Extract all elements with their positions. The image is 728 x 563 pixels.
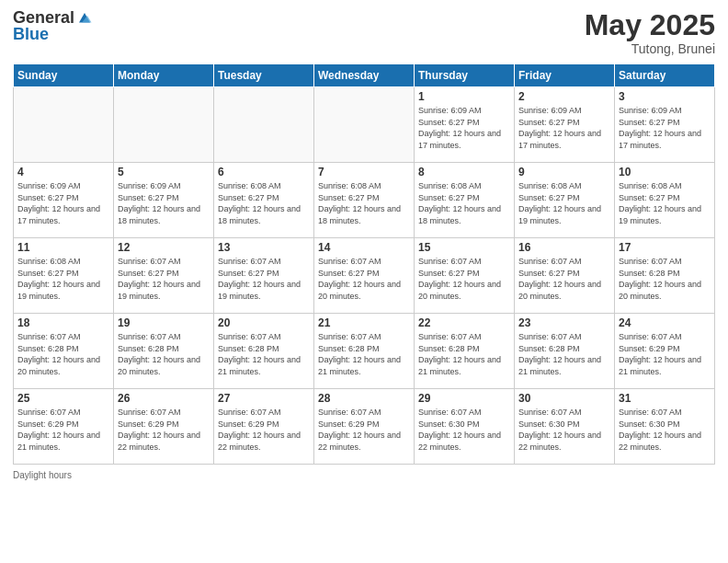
day-info: Sunrise: 6:07 AM Sunset: 6:29 PM Dayligh… [619, 331, 711, 377]
calendar-day-cell: 31Sunrise: 6:07 AM Sunset: 6:30 PM Dayli… [615, 389, 715, 465]
calendar-day-cell: 25Sunrise: 6:07 AM Sunset: 6:29 PM Dayli… [14, 389, 114, 465]
calendar-day-cell: 2Sunrise: 6:09 AM Sunset: 6:27 PM Daylig… [515, 87, 615, 163]
calendar-table: SundayMondayTuesdayWednesdayThursdayFrid… [13, 63, 715, 465]
day-info: Sunrise: 6:07 AM Sunset: 6:30 PM Dayligh… [619, 407, 711, 453]
calendar-day-cell: 4Sunrise: 6:09 AM Sunset: 6:27 PM Daylig… [14, 163, 114, 238]
calendar-day-cell: 3Sunrise: 6:09 AM Sunset: 6:27 PM Daylig… [615, 87, 715, 163]
day-info: Sunrise: 6:07 AM Sunset: 6:29 PM Dayligh… [318, 407, 410, 453]
location-title: Tutong, Brunei [585, 41, 715, 56]
calendar-day-cell: 1Sunrise: 6:09 AM Sunset: 6:27 PM Daylig… [415, 87, 515, 163]
day-number: 30 [518, 392, 610, 405]
day-number: 29 [418, 392, 510, 405]
day-number: 21 [318, 316, 410, 329]
day-number: 28 [318, 392, 410, 405]
day-info: Sunrise: 6:08 AM Sunset: 6:27 PM Dayligh… [619, 180, 711, 226]
daylight-label: Daylight hours [13, 470, 72, 480]
day-number: 24 [619, 316, 711, 329]
calendar-day-cell: 21Sunrise: 6:07 AM Sunset: 6:28 PM Dayli… [314, 314, 415, 389]
calendar-day-header: Wednesday [314, 64, 415, 87]
day-info: Sunrise: 6:07 AM Sunset: 6:28 PM Dayligh… [518, 331, 610, 377]
day-number: 1 [418, 90, 510, 103]
logo-icon [76, 10, 93, 27]
calendar-day-cell: 24Sunrise: 6:07 AM Sunset: 6:29 PM Dayli… [615, 314, 715, 389]
day-number: 3 [619, 90, 711, 103]
day-number: 7 [318, 166, 410, 178]
day-info: Sunrise: 6:07 AM Sunset: 6:27 PM Dayligh… [218, 256, 310, 302]
calendar-day-cell: 29Sunrise: 6:07 AM Sunset: 6:30 PM Dayli… [415, 389, 515, 465]
day-number: 26 [118, 392, 210, 405]
day-info: Sunrise: 6:08 AM Sunset: 6:27 PM Dayligh… [17, 256, 109, 302]
day-info: Sunrise: 6:07 AM Sunset: 6:30 PM Dayligh… [518, 407, 610, 453]
calendar-day-cell: 22Sunrise: 6:07 AM Sunset: 6:28 PM Dayli… [415, 314, 515, 389]
day-info: Sunrise: 6:07 AM Sunset: 6:29 PM Dayligh… [118, 407, 210, 453]
calendar-day-cell [14, 87, 114, 163]
calendar-day-cell: 9Sunrise: 6:08 AM Sunset: 6:27 PM Daylig… [515, 163, 615, 238]
logo-blue-text: Blue [13, 26, 49, 44]
day-number: 16 [518, 241, 610, 254]
calendar-week-row: 25Sunrise: 6:07 AM Sunset: 6:29 PM Dayli… [14, 389, 715, 465]
calendar-day-cell: 26Sunrise: 6:07 AM Sunset: 6:29 PM Dayli… [114, 389, 214, 465]
day-info: Sunrise: 6:07 AM Sunset: 6:28 PM Dayligh… [118, 331, 210, 377]
day-number: 19 [118, 316, 210, 329]
calendar-day-header: Sunday [14, 64, 114, 87]
day-info: Sunrise: 6:07 AM Sunset: 6:28 PM Dayligh… [17, 331, 109, 377]
day-info: Sunrise: 6:07 AM Sunset: 6:27 PM Dayligh… [418, 256, 510, 302]
calendar-week-row: 1Sunrise: 6:09 AM Sunset: 6:27 PM Daylig… [14, 87, 715, 163]
day-info: Sunrise: 6:08 AM Sunset: 6:27 PM Dayligh… [418, 180, 510, 226]
calendar-day-cell: 28Sunrise: 6:07 AM Sunset: 6:29 PM Dayli… [314, 389, 415, 465]
calendar-day-cell: 15Sunrise: 6:07 AM Sunset: 6:27 PM Dayli… [415, 238, 515, 314]
calendar-day-cell [314, 87, 415, 163]
calendar-day-cell: 17Sunrise: 6:07 AM Sunset: 6:28 PM Dayli… [615, 238, 715, 314]
day-number: 8 [418, 166, 510, 178]
day-info: Sunrise: 6:09 AM Sunset: 6:27 PM Dayligh… [619, 105, 711, 151]
day-number: 10 [619, 166, 711, 178]
day-info: Sunrise: 6:07 AM Sunset: 6:29 PM Dayligh… [17, 407, 109, 453]
page: General Blue May 2025 Tutong, Brunei Sun… [0, 0, 728, 563]
title-block: May 2025 Tutong, Brunei [585, 9, 715, 56]
footer: Daylight hours [13, 470, 715, 480]
day-info: Sunrise: 6:09 AM Sunset: 6:27 PM Dayligh… [118, 180, 210, 226]
day-number: 31 [619, 392, 711, 405]
day-info: Sunrise: 6:08 AM Sunset: 6:27 PM Dayligh… [518, 180, 610, 226]
calendar-day-cell: 7Sunrise: 6:08 AM Sunset: 6:27 PM Daylig… [314, 163, 415, 238]
day-number: 5 [118, 166, 210, 178]
day-number: 27 [218, 392, 310, 405]
day-info: Sunrise: 6:07 AM Sunset: 6:27 PM Dayligh… [318, 256, 410, 302]
day-number: 22 [418, 316, 510, 329]
day-number: 25 [17, 392, 109, 405]
day-info: Sunrise: 6:09 AM Sunset: 6:27 PM Dayligh… [17, 180, 109, 226]
calendar-day-cell: 11Sunrise: 6:08 AM Sunset: 6:27 PM Dayli… [14, 238, 114, 314]
day-number: 11 [17, 241, 109, 254]
day-info: Sunrise: 6:07 AM Sunset: 6:28 PM Dayligh… [619, 256, 711, 302]
day-info: Sunrise: 6:08 AM Sunset: 6:27 PM Dayligh… [218, 180, 310, 226]
calendar-day-header: Saturday [615, 64, 715, 87]
day-number: 9 [518, 166, 610, 178]
calendar-day-cell: 14Sunrise: 6:07 AM Sunset: 6:27 PM Dayli… [314, 238, 415, 314]
calendar-day-cell [214, 87, 314, 163]
calendar-week-row: 4Sunrise: 6:09 AM Sunset: 6:27 PM Daylig… [14, 163, 715, 238]
calendar-day-header: Monday [114, 64, 214, 87]
calendar-day-cell: 10Sunrise: 6:08 AM Sunset: 6:27 PM Dayli… [615, 163, 715, 238]
day-info: Sunrise: 6:09 AM Sunset: 6:27 PM Dayligh… [518, 105, 610, 151]
logo: General Blue [13, 9, 93, 44]
day-number: 13 [218, 241, 310, 254]
calendar-day-cell [114, 87, 214, 163]
day-info: Sunrise: 6:07 AM Sunset: 6:29 PM Dayligh… [218, 407, 310, 453]
calendar-week-row: 11Sunrise: 6:08 AM Sunset: 6:27 PM Dayli… [14, 238, 715, 314]
calendar-day-cell: 23Sunrise: 6:07 AM Sunset: 6:28 PM Dayli… [515, 314, 615, 389]
calendar-day-cell: 19Sunrise: 6:07 AM Sunset: 6:28 PM Dayli… [114, 314, 214, 389]
day-number: 14 [318, 241, 410, 254]
calendar-header-row: SundayMondayTuesdayWednesdayThursdayFrid… [14, 64, 715, 87]
day-info: Sunrise: 6:07 AM Sunset: 6:28 PM Dayligh… [218, 331, 310, 377]
day-number: 18 [17, 316, 109, 329]
calendar-day-cell: 5Sunrise: 6:09 AM Sunset: 6:27 PM Daylig… [114, 163, 214, 238]
day-info: Sunrise: 6:09 AM Sunset: 6:27 PM Dayligh… [418, 105, 510, 151]
calendar-day-cell: 13Sunrise: 6:07 AM Sunset: 6:27 PM Dayli… [214, 238, 314, 314]
calendar-day-cell: 12Sunrise: 6:07 AM Sunset: 6:27 PM Dayli… [114, 238, 214, 314]
calendar-day-cell: 20Sunrise: 6:07 AM Sunset: 6:28 PM Dayli… [214, 314, 314, 389]
calendar-day-header: Thursday [415, 64, 515, 87]
day-info: Sunrise: 6:07 AM Sunset: 6:27 PM Dayligh… [118, 256, 210, 302]
calendar-day-header: Friday [515, 64, 615, 87]
day-info: Sunrise: 6:07 AM Sunset: 6:28 PM Dayligh… [318, 331, 410, 377]
calendar-week-row: 18Sunrise: 6:07 AM Sunset: 6:28 PM Dayli… [14, 314, 715, 389]
